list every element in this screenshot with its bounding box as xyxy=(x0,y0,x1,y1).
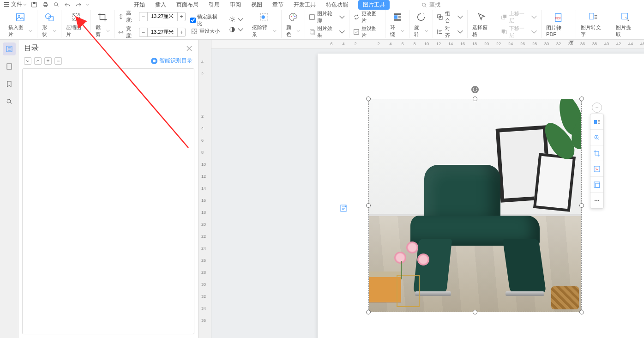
compress-picture-button[interactable]: 压缩图片 xyxy=(64,10,88,39)
resize-handle-bl[interactable] xyxy=(366,310,371,314)
change-picture-button[interactable]: 更改图片 xyxy=(352,10,382,24)
svg-rect-45 xyxy=(596,183,600,187)
svg-point-46 xyxy=(595,200,596,201)
height-input[interactable] xyxy=(148,14,177,19)
document-canvas[interactable]: 6422468101214161820222426283032343638404… xyxy=(211,40,644,338)
smart-toc-button[interactable]: 智能识别目录 xyxy=(151,57,193,65)
height-minus[interactable]: − xyxy=(139,12,147,21)
resize-handle-tl[interactable] xyxy=(366,97,371,101)
insert-picture-button[interactable]: 插入图片 xyxy=(6,10,34,39)
tab-reference[interactable]: 引用 xyxy=(209,1,220,9)
tab-view[interactable]: 视图 xyxy=(251,1,262,9)
float-zoom-icon[interactable] xyxy=(590,130,603,145)
lock-ratio-checkbox[interactable]: 锁定纵横比 xyxy=(190,13,222,27)
align-button[interactable]: 对齐 xyxy=(436,24,464,39)
sidebar-outline[interactable] xyxy=(3,42,16,55)
shape-button[interactable]: 形状 xyxy=(40,10,58,39)
outline-icon xyxy=(309,14,315,20)
width-row: 宽度: − + xyxy=(118,25,186,39)
tab-special[interactable]: 特色功能 xyxy=(326,1,348,9)
float-more-icon[interactable] xyxy=(590,193,603,208)
tab-dev[interactable]: 开发工具 xyxy=(294,1,316,9)
tab-picture-tools[interactable]: 图片工具 xyxy=(358,0,390,10)
reset-picture-button[interactable]: 重设图片 xyxy=(352,24,382,39)
undo-icon[interactable] xyxy=(64,1,71,8)
extract-button[interactable]: 图片提取 xyxy=(614,10,638,39)
effect-icon xyxy=(309,29,315,35)
print-icon[interactable] xyxy=(42,1,49,8)
height-stepper[interactable]: − + xyxy=(139,12,186,21)
sidebar-pages[interactable] xyxy=(3,60,16,73)
width-minus[interactable]: − xyxy=(139,28,147,36)
pdf-icon: PDF xyxy=(553,12,565,24)
paragraph-anchor-icon[interactable] xyxy=(340,204,348,212)
wrap-button[interactable]: 环绕 xyxy=(388,10,406,39)
close-icon[interactable] xyxy=(186,45,193,52)
svg-rect-36 xyxy=(7,64,12,69)
width-plus[interactable]: + xyxy=(177,28,185,36)
resize-handle-tc[interactable] xyxy=(473,97,477,101)
resize-handle-br[interactable] xyxy=(579,310,584,314)
rotate-handle[interactable] xyxy=(471,86,479,93)
resize-handle-tr[interactable] xyxy=(579,97,584,101)
tab-start[interactable]: 开始 xyxy=(134,1,145,9)
reset-size-button[interactable]: 重设大小 xyxy=(190,27,221,35)
float-save-icon[interactable] xyxy=(590,177,603,193)
svg-point-47 xyxy=(596,200,597,201)
panel-title: 目录 xyxy=(24,43,39,53)
brightness-button[interactable] xyxy=(228,16,245,23)
palette-icon xyxy=(287,11,299,23)
color-button[interactable]: 颜色 xyxy=(284,10,302,39)
remove-icon[interactable]: − xyxy=(54,57,62,65)
resize-handle-ml[interactable] xyxy=(366,203,371,208)
tab-layout[interactable]: 页面布局 xyxy=(176,1,199,9)
sidebar-bookmark[interactable] xyxy=(3,78,16,91)
tab-chapter[interactable]: 章节 xyxy=(272,1,283,9)
send-backward-button[interactable]: 下移一层 xyxy=(500,24,538,39)
sidebar-search[interactable] xyxy=(3,95,16,108)
float-crop-icon[interactable] xyxy=(590,145,603,161)
save-icon[interactable] xyxy=(30,1,38,8)
picture-outline-button[interactable]: 图片轮廓 xyxy=(308,10,346,24)
rotate-button[interactable]: 旋转 xyxy=(412,10,430,39)
float-collapse-icon[interactable]: − xyxy=(592,103,602,113)
resize-handle-mr[interactable] xyxy=(579,203,584,208)
float-replace-icon[interactable] xyxy=(590,161,603,177)
collapse-icon[interactable] xyxy=(24,57,31,65)
select-pane-button[interactable]: 选择窗格 xyxy=(470,10,494,39)
search-icon xyxy=(421,2,427,8)
group-button[interactable]: 组合 xyxy=(436,10,464,24)
to-pdf-button[interactable]: PDF 图片转PDF xyxy=(544,11,573,38)
contrast-button[interactable] xyxy=(228,26,245,33)
height-plus[interactable]: + xyxy=(177,12,185,21)
more-quick-icon[interactable] xyxy=(86,3,90,6)
picture-effect-button[interactable]: 图片效果 xyxy=(308,24,346,39)
bring-forward-button[interactable]: 上移一层 xyxy=(500,10,538,24)
select-pane-icon xyxy=(476,11,488,23)
width-input[interactable] xyxy=(148,30,177,35)
resize-handle-bc[interactable] xyxy=(473,310,477,314)
crop-button[interactable]: 裁剪 xyxy=(94,10,112,39)
rotate-icon xyxy=(415,11,427,23)
file-menu[interactable]: 文件 xyxy=(3,0,27,8)
svg-rect-3 xyxy=(44,2,46,4)
add-icon[interactable]: + xyxy=(44,57,52,65)
ribbon-tabs: 开始 插入 页面布局 引用 审阅 视图 章节 开发工具 特色功能 图片工具 xyxy=(134,0,390,9)
width-icon xyxy=(118,29,124,36)
height-icon xyxy=(118,13,124,20)
wrap-icon xyxy=(391,11,403,23)
float-layout-icon[interactable] xyxy=(590,114,603,130)
search-box[interactable]: 查找 xyxy=(421,1,440,9)
svg-point-13 xyxy=(231,18,234,20)
expand-icon[interactable] xyxy=(34,57,42,65)
tab-review[interactable]: 审阅 xyxy=(230,1,241,9)
preview-icon[interactable] xyxy=(53,1,60,8)
remove-bg-button[interactable]: 抠除背景 xyxy=(250,10,278,39)
selected-image[interactable] xyxy=(368,99,582,312)
remove-bg-icon xyxy=(258,11,270,23)
width-stepper[interactable]: − + xyxy=(139,28,186,37)
redo-icon[interactable] xyxy=(75,1,82,8)
tab-insert[interactable]: 插入 xyxy=(155,1,166,9)
to-text-button[interactable]: 图片转文字 xyxy=(579,10,608,39)
backward-icon xyxy=(501,29,507,35)
